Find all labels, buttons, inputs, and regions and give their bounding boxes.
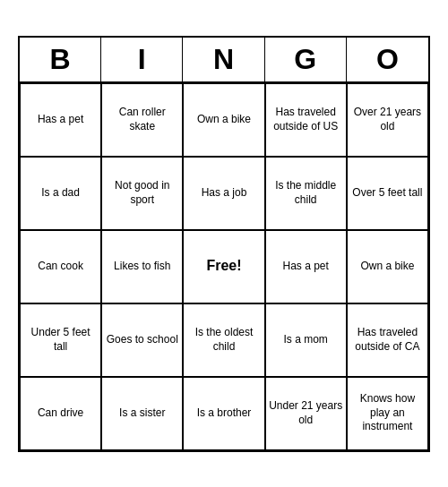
- header-letter-g: G: [265, 38, 347, 81]
- bingo-cell-17[interactable]: Is the oldest child: [183, 303, 264, 377]
- header-letter-i: I: [101, 38, 183, 81]
- bingo-cell-7[interactable]: Has a job: [183, 157, 264, 230]
- bingo-header: BINGO: [20, 38, 428, 83]
- bingo-card: BINGO Has a petCan roller skateOwn a bik…: [18, 36, 430, 452]
- bingo-cell-11[interactable]: Likes to fish: [101, 230, 183, 303]
- bingo-cell-16[interactable]: Goes to school: [101, 303, 183, 377]
- bingo-cell-10[interactable]: Can cook: [20, 230, 101, 303]
- header-letter-o: O: [347, 38, 428, 81]
- bingo-cell-3[interactable]: Has traveled outside of US: [265, 83, 347, 157]
- bingo-cell-0[interactable]: Has a pet: [20, 83, 101, 157]
- bingo-cell-1[interactable]: Can roller skate: [101, 83, 183, 157]
- bingo-cell-4[interactable]: Over 21 years old: [347, 83, 428, 157]
- bingo-cell-5[interactable]: Is a dad: [20, 157, 101, 230]
- bingo-grid: Has a petCan roller skateOwn a bikeHas t…: [20, 83, 428, 450]
- header-letter-n: N: [183, 38, 264, 81]
- bingo-cell-19[interactable]: Has traveled outside of CA: [347, 303, 428, 377]
- bingo-cell-9[interactable]: Over 5 feet tall: [347, 157, 428, 230]
- bingo-cell-6[interactable]: Not good in sport: [101, 157, 183, 230]
- bingo-cell-13[interactable]: Has a pet: [265, 230, 347, 303]
- bingo-cell-18[interactable]: Is a mom: [265, 303, 347, 377]
- bingo-cell-8[interactable]: Is the middle child: [265, 157, 347, 230]
- bingo-cell-15[interactable]: Under 5 feet tall: [20, 303, 101, 377]
- bingo-cell-12[interactable]: Free!: [183, 230, 264, 303]
- bingo-cell-24[interactable]: Knows how play an instrument: [347, 377, 428, 450]
- bingo-cell-22[interactable]: Is a brother: [183, 377, 264, 450]
- bingo-cell-21[interactable]: Is a sister: [101, 377, 183, 450]
- bingo-cell-23[interactable]: Under 21 years old: [265, 377, 347, 450]
- bingo-cell-14[interactable]: Own a bike: [347, 230, 428, 303]
- header-letter-b: B: [20, 38, 101, 81]
- bingo-cell-20[interactable]: Can drive: [20, 377, 101, 450]
- bingo-cell-2[interactable]: Own a bike: [183, 83, 264, 157]
